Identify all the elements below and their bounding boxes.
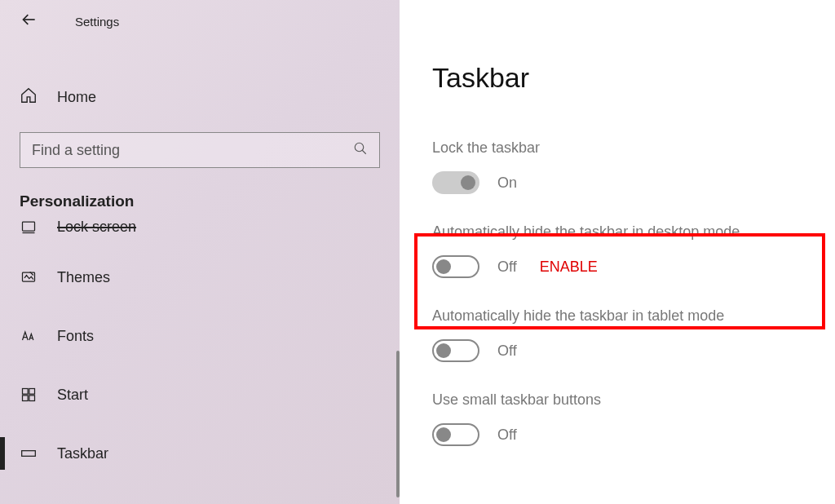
toggle-lock-taskbar[interactable]: [432, 171, 479, 194]
svg-rect-3: [23, 222, 35, 231]
svg-rect-10: [29, 396, 35, 401]
svg-rect-7: [23, 389, 29, 395]
lock-screen-icon: [20, 219, 38, 235]
sidebar-item-label: Start: [57, 387, 88, 404]
toggle-autohide-tablet[interactable]: [432, 339, 479, 362]
setting-label: Use small taskbar buttons: [432, 391, 824, 409]
setting-small-buttons: Use small taskbar buttons Off: [432, 391, 824, 446]
page-title: Taskbar: [432, 62, 824, 94]
setting-lock-taskbar: Lock the taskbar On: [432, 139, 824, 194]
app-title: Settings: [75, 15, 119, 29]
setting-label: Automatically hide the taskbar in deskto…: [432, 223, 824, 241]
themes-icon: [20, 269, 38, 285]
home-label: Home: [57, 89, 96, 106]
arrow-left-icon: [21, 11, 38, 31]
taskbar-icon: [20, 445, 38, 462]
annotation-enable: ENABLE: [540, 259, 598, 276]
sidebar-item-label: Fonts: [57, 328, 94, 345]
svg-rect-8: [29, 389, 35, 395]
fonts-icon: [20, 328, 38, 344]
home-icon: [20, 86, 38, 108]
section-title: Personalization: [20, 192, 380, 210]
search-icon: [353, 141, 368, 159]
nav-list: Lock screen Themes Fonts: [0, 219, 400, 483]
main-content: Taskbar Lock the taskbar On Automaticall…: [400, 0, 835, 504]
toggle-state: Off: [497, 259, 517, 276]
back-button[interactable]: [20, 11, 39, 31]
svg-line-2: [362, 150, 366, 154]
sidebar-item-start[interactable]: Start: [0, 365, 400, 424]
sidebar-item-label: Lock screen: [57, 219, 136, 236]
sidebar: Settings Home Personalization: [0, 0, 400, 504]
toggle-state: Off: [497, 343, 517, 360]
sidebar-item-fonts[interactable]: Fonts: [0, 307, 400, 365]
sidebar-item-lock-screen[interactable]: Lock screen: [0, 219, 400, 248]
setting-label: Automatically hide the taskbar in tablet…: [432, 307, 824, 325]
svg-rect-11: [22, 451, 36, 457]
search-input[interactable]: [32, 142, 353, 159]
setting-autohide-desktop: Automatically hide the taskbar in deskto…: [432, 223, 824, 278]
sidebar-item-label: Taskbar: [57, 445, 108, 462]
toggle-autohide-desktop[interactable]: [432, 255, 479, 278]
svg-rect-5: [23, 272, 35, 281]
svg-rect-9: [23, 396, 29, 401]
setting-label: Lock the taskbar: [432, 139, 824, 157]
toggle-state: Off: [497, 427, 517, 444]
sidebar-item-themes[interactable]: Themes: [0, 248, 400, 307]
toggle-state: On: [497, 175, 517, 192]
search-box[interactable]: [20, 132, 380, 168]
home-nav[interactable]: Home: [0, 86, 400, 108]
sidebar-item-label: Themes: [57, 269, 110, 286]
start-icon: [20, 387, 38, 403]
header-row: Settings: [0, 0, 400, 39]
sidebar-item-taskbar[interactable]: Taskbar: [0, 424, 400, 483]
toggle-small-buttons[interactable]: [432, 423, 479, 446]
setting-autohide-tablet: Automatically hide the taskbar in tablet…: [432, 307, 824, 362]
svg-point-1: [355, 143, 364, 152]
